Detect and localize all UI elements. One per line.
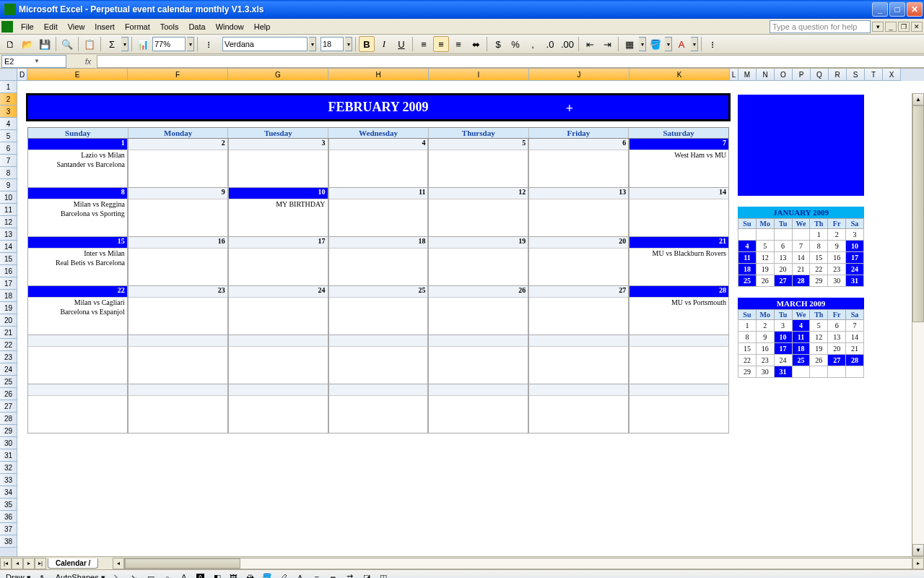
calendar-day-20[interactable]: 20: [528, 237, 629, 286]
col-header-P[interactable]: P: [793, 69, 811, 81]
scroll-down-button[interactable]: ▼: [912, 544, 924, 556]
calendar-day-16[interactable]: 16: [128, 237, 228, 286]
font-color-dropdown[interactable]: ▾: [691, 37, 698, 51]
row-header-13[interactable]: 13: [0, 228, 17, 241]
mini-day-cell[interactable]: 28: [792, 275, 810, 287]
mini-day-cell[interactable]: [828, 366, 846, 378]
row-header-16[interactable]: 16: [0, 265, 17, 277]
menu-view[interactable]: View: [63, 21, 90, 33]
calendar-day-empty[interactable]: [27, 384, 128, 434]
mini-day-cell[interactable]: 17: [846, 252, 864, 264]
col-header-M[interactable]: M: [738, 69, 757, 81]
row-header-28[interactable]: 28: [0, 413, 17, 425]
arrow-button[interactable]: ↘: [127, 571, 141, 579]
mini-day-cell[interactable]: [792, 366, 810, 378]
row-header-20[interactable]: 20: [0, 314, 17, 327]
align-center-button[interactable]: ≡: [433, 36, 449, 52]
zoom-dropdown[interactable]: ▾: [187, 37, 194, 51]
menu-insert[interactable]: Insert: [90, 21, 120, 33]
mini-day-cell[interactable]: 29: [738, 366, 757, 378]
row-header-24[interactable]: 24: [0, 363, 17, 376]
mini-day-cell[interactable]: 20: [774, 264, 792, 275]
mini-day-cell[interactable]: 25: [738, 275, 757, 287]
horizontal-scrollbar[interactable]: ◂ ▸: [113, 558, 924, 569]
dash-style-button[interactable]: ┅: [326, 571, 341, 579]
calendar-day-4[interactable]: 4: [328, 139, 429, 188]
mini-day-cell[interactable]: 23: [756, 355, 774, 366]
arrow-style-button[interactable]: ⇄: [343, 571, 357, 579]
calendar-day-empty[interactable]: [528, 335, 629, 384]
calendar-day-1[interactable]: 1Lazio vs MilanSantander vs Barcelona: [27, 139, 128, 188]
col-header-Q[interactable]: Q: [811, 69, 829, 81]
mini-day-cell[interactable]: 6: [828, 320, 846, 332]
mini-day-cell[interactable]: 20: [828, 343, 846, 355]
mini-day-cell[interactable]: 25: [792, 355, 810, 366]
calendar-day-5[interactable]: 5: [428, 139, 528, 188]
fill-color-draw-button[interactable]: 🪣: [260, 571, 274, 579]
line-button[interactable]: ＼: [110, 571, 125, 579]
row-header-15[interactable]: 15: [0, 253, 17, 265]
mini-day-cell[interactable]: 7: [846, 320, 864, 332]
save-button[interactable]: 💾: [37, 36, 53, 52]
help-dropdown[interactable]: ▾: [872, 22, 884, 32]
row-header-38[interactable]: 38: [0, 535, 17, 548]
workbook-restore-button[interactable]: ❐: [898, 22, 910, 32]
mini-day-cell[interactable]: [846, 366, 864, 378]
workbook-minimize-button[interactable]: _: [885, 22, 897, 32]
calendar-day-empty[interactable]: [428, 384, 528, 434]
autosum-dropdown[interactable]: ▾: [121, 37, 128, 51]
row-header-37[interactable]: 37: [0, 523, 17, 535]
hscroll-left-button[interactable]: ◂: [113, 558, 124, 569]
font-combo[interactable]: [222, 37, 308, 51]
col-header-N[interactable]: N: [757, 69, 775, 81]
comma-button[interactable]: ,: [525, 36, 541, 52]
mini-day-cell[interactable]: 4: [792, 320, 810, 332]
font-dropdown[interactable]: ▾: [309, 37, 316, 51]
mini-day-cell[interactable]: 23: [828, 264, 846, 275]
mini-day-cell[interactable]: 2: [828, 229, 846, 241]
select-objects-button[interactable]: ↖: [36, 571, 51, 579]
mini-day-cell[interactable]: 8: [810, 241, 828, 252]
rectangle-button[interactable]: ▭: [144, 571, 158, 579]
borders-dropdown[interactable]: ▾: [639, 37, 646, 51]
col-header-K[interactable]: K: [629, 69, 730, 81]
workbook-control-icon[interactable]: [1, 21, 13, 33]
autoshapes-menu[interactable]: AutoShapes ▾: [53, 573, 108, 578]
worksheet[interactable]: FEBRUARY 2009 + SundayMondayTuesdayWedne…: [17, 93, 912, 556]
mini-day-cell[interactable]: 22: [738, 355, 757, 366]
row-header-9[interactable]: 9: [0, 179, 17, 191]
calendar-day-empty[interactable]: [328, 335, 429, 384]
row-header-12[interactable]: 12: [0, 216, 17, 228]
mini-day-cell[interactable]: 31: [846, 275, 864, 287]
row-header-18[interactable]: 18: [0, 290, 17, 302]
col-header-X[interactable]: X: [883, 69, 901, 81]
calendar-day-23[interactable]: 23: [128, 286, 228, 335]
mini-day-cell[interactable]: 10: [774, 332, 792, 343]
increase-indent-button[interactable]: ⇥: [599, 36, 615, 52]
mini-day-cell[interactable]: 5: [756, 241, 774, 252]
toolbar-options-button[interactable]: ⫶: [201, 36, 217, 52]
mini-day-cell[interactable]: [792, 229, 810, 241]
col-header-O[interactable]: O: [775, 69, 793, 81]
zoom-combo[interactable]: [152, 37, 186, 51]
row-header-14[interactable]: 14: [0, 241, 17, 253]
name-box[interactable]: E2 ▼: [1, 55, 66, 68]
calendar-day-17[interactable]: 17: [228, 237, 328, 286]
decrease-decimal-button[interactable]: .00: [559, 36, 575, 52]
mini-day-cell[interactable]: 24: [846, 264, 864, 275]
mini-day-cell[interactable]: 5: [810, 320, 828, 332]
mini-day-cell[interactable]: 9: [828, 241, 846, 252]
mini-day-cell[interactable]: 31: [774, 366, 792, 378]
mini-day-cell[interactable]: 9: [756, 332, 774, 343]
row-header-17[interactable]: 17: [0, 277, 17, 290]
menu-format[interactable]: Format: [120, 21, 155, 33]
mini-day-cell[interactable]: [810, 366, 828, 378]
col-header-E[interactable]: E: [27, 69, 128, 81]
diagram-button[interactable]: ◧: [210, 571, 225, 579]
italic-button[interactable]: I: [376, 36, 392, 52]
calendar-day-24[interactable]: 24: [228, 286, 328, 335]
fill-color-button[interactable]: 🪣: [648, 36, 663, 52]
mini-day-cell[interactable]: 12: [756, 252, 774, 264]
menu-data[interactable]: Data: [183, 21, 210, 33]
vertical-scrollbar[interactable]: ▲ ▼: [912, 93, 924, 556]
